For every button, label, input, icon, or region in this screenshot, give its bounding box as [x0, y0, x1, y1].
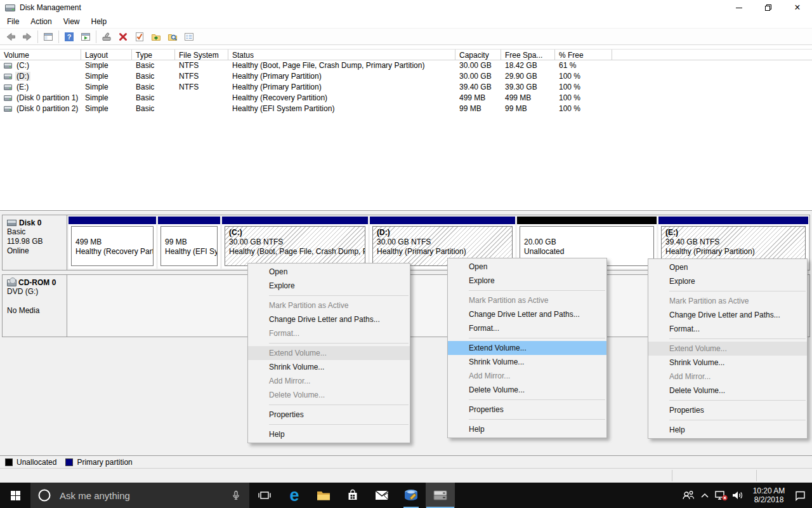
taskbar-app-disk-management[interactable]	[426, 483, 455, 508]
cdrom-icon	[7, 279, 16, 286]
table-row[interactable]: (C:) Simple Basic NTFS Healthy (Boot, Pa…	[0, 60, 812, 71]
context-menu-item[interactable]: Shrink Volume...	[448, 355, 606, 369]
context-menu-item[interactable]: Explore	[648, 274, 807, 288]
minimize-button[interactable]	[724, 0, 754, 15]
context-menu-item	[269, 424, 409, 425]
context-menu-item[interactable]: Mark Partition as Active	[648, 294, 807, 308]
context-menu-item[interactable]: Shrink Volume...	[248, 360, 410, 374]
context-menu-item[interactable]: Help	[648, 423, 807, 437]
context-menu-item	[269, 404, 409, 405]
network-status-button[interactable]	[713, 483, 730, 508]
context-menu-item[interactable]: Change Drive Letter and Paths...	[648, 308, 807, 322]
restore-button[interactable]	[754, 0, 783, 15]
list-view-icon[interactable]	[181, 30, 197, 44]
partition-block[interactable]: (C:) 30.00 GB NTFS Healthy (Boot, Page F…	[222, 217, 368, 269]
context-menu-item[interactable]: Explore	[248, 279, 410, 293]
volume-capacity: 499 MB	[455, 93, 501, 104]
forward-arrow-icon[interactable]	[19, 30, 36, 44]
taskbar-app-disk-utility[interactable]	[396, 483, 426, 508]
folder-search-icon[interactable]	[164, 30, 181, 44]
context-menu-item[interactable]: Add Mirror...	[448, 369, 606, 383]
cortana-search-box[interactable]: Ask me anything	[30, 483, 249, 508]
context-menu-item[interactable]: Add Mirror...	[248, 374, 410, 388]
context-menu-item[interactable]: Format...	[448, 321, 606, 335]
folder-up-icon[interactable]	[148, 30, 164, 44]
taskbar-clock[interactable]: 10:20 AM 8/2/2018	[749, 486, 789, 504]
taskbar-app-store[interactable]	[338, 483, 367, 508]
table-row[interactable]: (Disk 0 partition 2) Simple Basic Health…	[0, 104, 812, 114]
column-header-capacity[interactable]: Capacity	[455, 50, 501, 60]
check-document-icon[interactable]	[131, 30, 148, 44]
context-menu-item[interactable]: Properties	[448, 403, 606, 417]
taskbar-app-edge[interactable]: e	[280, 483, 309, 508]
column-header-file-system[interactable]: File System	[175, 50, 228, 60]
context-menu-item[interactable]: Shrink Volume...	[648, 356, 807, 370]
table-row[interactable]: (E:) Simple Basic NTFS Healthy (Primary …	[0, 82, 812, 93]
menu-item[interactable]: File	[1, 15, 25, 28]
column-header-volume[interactable]: Volume	[0, 50, 81, 60]
context-menu-item[interactable]: Change Drive Letter and Paths...	[448, 307, 606, 321]
partition-body: (C:) 30.00 GB NTFS Healthy (Boot, Page F…	[225, 226, 365, 266]
context-menu-item[interactable]: Format...	[248, 326, 410, 340]
column-header-pct-free[interactable]: % Free	[555, 50, 612, 60]
volume-button[interactable]	[730, 483, 746, 508]
column-header-free-space[interactable]: Free Spa...	[501, 50, 555, 60]
clock-time: 10:20 AM	[749, 486, 789, 495]
menu-item[interactable]: Help	[86, 15, 113, 28]
partition-block[interactable]: 99 MB Healthy (EFI Syst	[158, 217, 220, 269]
context-menu-item[interactable]: Delete Volume...	[448, 383, 606, 397]
context-menu-item[interactable]: Format...	[648, 322, 807, 336]
action-center-button[interactable]	[792, 483, 808, 508]
context-menu-item[interactable]: Open	[648, 260, 807, 274]
table-row[interactable]: (Disk 0 partition 1) Simple Basic Health…	[0, 93, 812, 104]
context-menu-item[interactable]: Properties	[648, 403, 807, 417]
close-button[interactable]: ×	[783, 0, 812, 15]
table-row[interactable]: (D:) Simple Basic NTFS Healthy (Primary …	[0, 71, 812, 82]
store-icon	[346, 488, 360, 502]
legend-label: Unallocated	[16, 458, 56, 467]
taskbar-app-mail[interactable]	[367, 483, 396, 508]
context-menu-item[interactable]: Help	[248, 427, 410, 441]
context-menu-item[interactable]: Mark Partition as Active	[248, 298, 410, 312]
volume-name: (C:)	[15, 61, 30, 70]
column-header-type[interactable]: Type	[132, 50, 175, 60]
context-menu-item[interactable]: Delete Volume...	[648, 384, 807, 398]
context-menu-item[interactable]: Change Drive Letter and Paths...	[248, 312, 410, 326]
partition-label: 499 MB	[72, 237, 153, 247]
context-menu-item[interactable]: Properties	[248, 408, 410, 422]
delete-volume-icon[interactable]	[115, 30, 131, 44]
context-menu-item[interactable]: Extend Volume...	[448, 341, 606, 355]
context-menu-item	[269, 343, 409, 344]
context-menu-item	[469, 419, 605, 420]
context-menu-item[interactable]: Explore	[448, 274, 606, 288]
context-menu-item[interactable]: Open	[448, 260, 606, 274]
back-arrow-icon[interactable]	[3, 30, 19, 44]
tray-overflow-button[interactable]	[697, 483, 713, 508]
start-button[interactable]	[0, 483, 30, 508]
context-menu-item[interactable]: Mark Partition as Active	[448, 293, 606, 307]
console-window-icon[interactable]	[40, 30, 56, 44]
microphone-icon[interactable]	[230, 490, 242, 501]
context-menu-item[interactable]: Add Mirror...	[648, 370, 807, 384]
partition-block[interactable]: 499 MB Healthy (Recovery Parti	[69, 217, 156, 269]
help-icon[interactable]: ?	[61, 30, 77, 44]
column-header-status[interactable]: Status	[228, 50, 455, 60]
cdrom-info-panel[interactable]: CD-ROM 0 DVD (G:) No Media	[3, 275, 67, 337]
task-view-button[interactable]	[249, 483, 280, 508]
people-button[interactable]	[680, 483, 697, 508]
context-menu-item	[669, 400, 806, 401]
taskbar-app-file-explorer[interactable]	[309, 483, 338, 508]
volume-icon	[4, 74, 12, 79]
context-menu-item[interactable]: Help	[448, 422, 606, 436]
menu-item[interactable]: Action	[25, 15, 57, 28]
context-menu-item[interactable]: Open	[248, 265, 410, 279]
context-menu-item[interactable]: Extend Volume...	[648, 342, 807, 356]
context-menu-item[interactable]: Delete Volume...	[248, 388, 410, 402]
drive-tool-icon[interactable]	[98, 30, 115, 44]
new-window-icon[interactable]	[77, 30, 94, 44]
menu-item[interactable]: View	[58, 15, 86, 28]
disk0-info-panel[interactable]: Disk 0 Basic 119.98 GB Online	[3, 215, 67, 270]
context-menu-item[interactable]: Extend Volume...	[248, 346, 410, 360]
context-menu-item	[469, 338, 605, 338]
column-header-layout[interactable]: Layout	[81, 50, 132, 60]
